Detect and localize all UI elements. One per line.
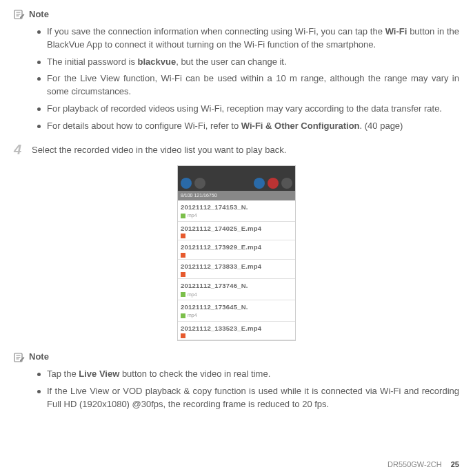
liveview-icon (181, 178, 192, 189)
video-meta (181, 253, 292, 258)
video-filename: 20121112_133523_E.mp4 (181, 324, 292, 333)
note-block-1: Note If you save the connection informat… (14, 8, 459, 133)
step-row: 4 Select the recorded video in the video… (14, 143, 459, 157)
copy-icon (194, 178, 205, 189)
video-meta (181, 234, 292, 238)
note-title: Note (29, 8, 49, 21)
topbar-settings (281, 178, 292, 189)
note-item: The initial password is blackvue, but th… (37, 56, 459, 69)
video-meta (181, 272, 292, 277)
event-indicator-icon (181, 272, 185, 277)
step-text: Select the recorded video in the video l… (32, 143, 459, 157)
help-icon (268, 178, 279, 189)
normal-indicator-icon (181, 214, 185, 218)
model-label: DR550GW-2CH (388, 460, 442, 468)
topbar-liveview (181, 178, 192, 189)
note-title: Note (29, 351, 49, 364)
normal-indicator-icon (181, 313, 185, 318)
note-item: For the Live View function, Wi-Fi can be… (37, 72, 459, 99)
video-filename: 20121112_174153_N. (181, 203, 292, 212)
footer: DR550GW-2CH 25 (388, 459, 459, 470)
note-header: Note (14, 8, 459, 21)
video-ext: mp4 (188, 312, 197, 319)
video-list-row[interactable]: 20121112_173833_E.mp4 (178, 260, 295, 279)
note-item: For details about how to configure Wi-Fi… (37, 120, 459, 133)
note-item: Tap the Live View button to check the vi… (37, 368, 459, 381)
note-icon (14, 352, 25, 363)
wifi-icon (254, 178, 265, 189)
video-meta (181, 333, 292, 338)
settings-icon (281, 178, 292, 189)
video-list-row[interactable]: 20121112_174153_N.mp4 (178, 200, 295, 222)
video-list-row[interactable]: 20121112_173746_N.mp4 (178, 279, 295, 300)
note-list-1: If you save the connection information w… (14, 25, 459, 133)
video-ext: mp4 (188, 212, 197, 219)
note-block-2: Note Tap the Live View button to check t… (14, 351, 459, 411)
video-list-row[interactable]: 20121112_174025_E.mp4 (178, 222, 295, 241)
video-filename: 20121112_173746_N. (181, 281, 292, 291)
event-indicator-icon (181, 333, 185, 338)
page: Note If you save the connection informat… (0, 0, 473, 476)
normal-indicator-icon (181, 292, 185, 297)
note-item: If you save the connection information w… (37, 25, 459, 52)
page-number: 25 (451, 460, 459, 468)
phone-screenshot: 8/100 121/16750 20121112_174153_N.mp4201… (177, 165, 296, 342)
video-list: 20121112_174153_N.mp420121112_174025_E.m… (178, 200, 295, 341)
app-subbar: 8/100 121/16750 (178, 191, 295, 200)
video-filename: 20121112_173645_N. (181, 302, 292, 312)
video-meta: mp4 (181, 212, 292, 219)
note-header: Note (14, 351, 459, 364)
step-number: 4 (14, 143, 25, 157)
note-list-2: Tap the Live View button to check the vi… (14, 368, 459, 411)
video-list-row[interactable]: 20121112_173645_N.mp4 (178, 300, 295, 322)
event-indicator-icon (181, 253, 185, 258)
video-list-row[interactable]: 20121112_133523_E.mp4 (178, 322, 295, 341)
note-item: For playback of recorded videos using Wi… (37, 103, 459, 116)
topbar-wifi (254, 178, 265, 189)
video-filename: 20121112_174025_E.mp4 (181, 224, 292, 234)
note-item: If the Live View or VOD playback & copy … (37, 385, 459, 411)
video-filename: 20121112_173929_E.mp4 (181, 242, 292, 252)
video-meta: mp4 (181, 291, 292, 298)
video-ext: mp4 (188, 291, 197, 298)
note-icon (14, 9, 25, 20)
video-list-row[interactable]: 20121112_173929_E.mp4 (178, 240, 295, 260)
app-topbar (178, 166, 295, 191)
video-filename: 20121112_173833_E.mp4 (181, 262, 292, 271)
topbar-copy (194, 178, 205, 189)
topbar-help (268, 178, 279, 189)
video-meta: mp4 (181, 312, 292, 319)
event-indicator-icon (181, 234, 185, 238)
